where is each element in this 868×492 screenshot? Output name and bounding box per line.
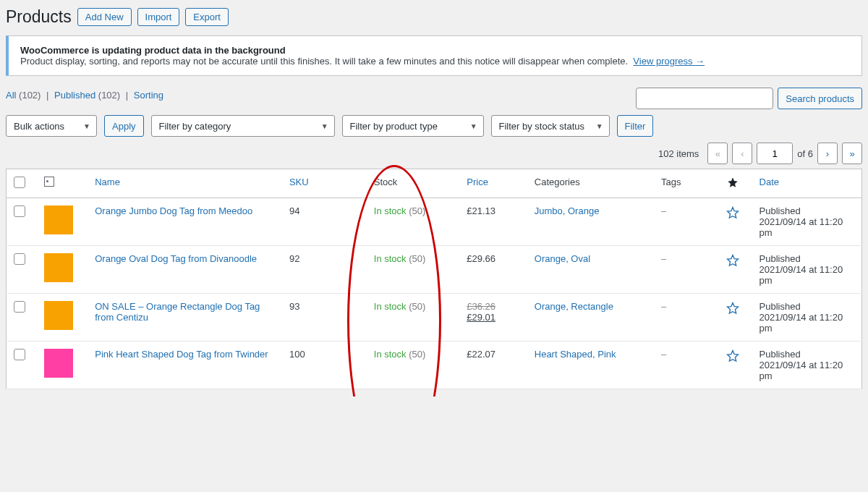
sku-value: 92 bbox=[282, 246, 367, 294]
category-link[interactable]: Jumbo, Orange bbox=[535, 205, 600, 216]
product-name-link[interactable]: Pink Heart Shaped Dog Tag from Twinder bbox=[95, 349, 268, 360]
chevron-down-icon: ▼ bbox=[83, 122, 90, 130]
export-button[interactable]: Export bbox=[185, 8, 229, 26]
date-value: 2021/09/14 at 11:20 pm bbox=[760, 216, 843, 238]
product-name-link[interactable]: Orange Jumbo Dog Tag from Meedoo bbox=[95, 205, 252, 216]
import-button[interactable]: Import bbox=[137, 8, 180, 26]
row-checkbox[interactable] bbox=[14, 253, 25, 265]
date-value: 2021/09/14 at 11:20 pm bbox=[760, 264, 843, 286]
col-name[interactable]: Name bbox=[95, 177, 120, 187]
filter-type-select[interactable]: Filter by product type ▼ bbox=[342, 115, 484, 137]
featured-toggle[interactable] bbox=[713, 198, 752, 246]
category-link[interactable]: Orange, Oval bbox=[535, 253, 590, 264]
stock-count: (50) bbox=[409, 349, 425, 360]
stock-status: In stock bbox=[374, 253, 407, 264]
date-status: Published bbox=[760, 253, 801, 264]
notice-title: WooCommerce is updating product data in … bbox=[20, 45, 286, 56]
stock-status: In stock bbox=[374, 349, 407, 360]
col-categories: Categories bbox=[527, 169, 654, 198]
filter-stock-select[interactable]: Filter by stock status ▼ bbox=[491, 115, 610, 137]
row-checkbox[interactable] bbox=[14, 205, 25, 217]
search-button[interactable]: Search products bbox=[778, 88, 862, 109]
sale-price: £29.01 bbox=[467, 312, 495, 323]
row-checkbox[interactable] bbox=[14, 349, 25, 360]
add-new-button[interactable]: Add New bbox=[77, 8, 132, 26]
date-value: 2021/09/14 at 11:20 pm bbox=[760, 360, 843, 381]
featured-toggle[interactable] bbox=[713, 246, 752, 294]
category-link[interactable]: Orange, Rectangle bbox=[535, 301, 613, 312]
first-page-button[interactable]: « bbox=[707, 143, 728, 164]
col-date[interactable]: Date bbox=[760, 177, 779, 187]
tags-value: – bbox=[661, 301, 666, 312]
category-link[interactable]: Heart Shaped, Pink bbox=[535, 349, 616, 360]
price-value: £22.07 bbox=[467, 349, 495, 360]
apply-button[interactable]: Apply bbox=[104, 115, 144, 137]
sku-value: 93 bbox=[282, 294, 367, 342]
product-name-link[interactable]: Orange Oval Dog Tag from Divanoodle bbox=[95, 253, 257, 264]
stock-status: In stock bbox=[374, 205, 407, 216]
col-price[interactable]: Price bbox=[467, 177, 488, 187]
filter-all[interactable]: All bbox=[6, 90, 16, 101]
product-thumbnail[interactable] bbox=[44, 253, 73, 282]
bulk-actions-select[interactable]: Bulk actions ▼ bbox=[6, 115, 97, 137]
filter-published[interactable]: Published bbox=[54, 90, 95, 101]
product-name-link[interactable]: ON SALE – Orange Rectangle Dog Tag from … bbox=[95, 301, 260, 323]
stock-count: (50) bbox=[409, 301, 425, 312]
date-status: Published bbox=[760, 301, 801, 312]
page-of-label: of 6 bbox=[797, 148, 813, 159]
col-tags: Tags bbox=[654, 169, 713, 198]
stock-count: (50) bbox=[409, 253, 425, 264]
filter-sorting[interactable]: Sorting bbox=[134, 90, 163, 101]
featured-toggle[interactable] bbox=[713, 294, 752, 342]
original-price: £36.26 bbox=[467, 301, 495, 312]
last-page-button[interactable]: » bbox=[842, 143, 862, 164]
image-icon bbox=[44, 177, 54, 187]
filter-category-select[interactable]: Filter by category ▼ bbox=[151, 115, 335, 137]
select-all-checkbox[interactable] bbox=[14, 177, 25, 188]
col-stock: Stock bbox=[367, 169, 460, 198]
date-value: 2021/09/14 at 11:20 pm bbox=[760, 312, 843, 334]
filter-button[interactable]: Filter bbox=[617, 115, 654, 137]
stock-status: In stock bbox=[374, 301, 407, 312]
tags-value: – bbox=[661, 205, 666, 216]
pager-total: 102 items bbox=[658, 148, 699, 159]
view-filters: All (102) | Published (102) | Sorting bbox=[6, 90, 163, 101]
sku-value: 100 bbox=[282, 342, 367, 389]
page-title: Products bbox=[6, 7, 72, 27]
stock-count: (50) bbox=[409, 205, 425, 216]
product-thumbnail[interactable] bbox=[44, 205, 73, 234]
notice-body: Product display, sorting, and reports ma… bbox=[20, 56, 628, 67]
col-featured bbox=[713, 169, 752, 198]
tags-value: – bbox=[661, 253, 666, 264]
tags-value: – bbox=[661, 349, 666, 360]
chevron-down-icon: ▼ bbox=[470, 122, 477, 130]
update-notice: WooCommerce is updating product data in … bbox=[6, 35, 862, 76]
view-progress-link[interactable]: View progress → bbox=[633, 56, 705, 67]
chevron-down-icon: ▼ bbox=[321, 122, 328, 130]
chevron-down-icon: ▼ bbox=[596, 122, 603, 130]
table-row: ON SALE – Orange Rectangle Dog Tag from … bbox=[7, 294, 862, 342]
price-value: £29.66 bbox=[467, 253, 495, 264]
col-sku[interactable]: SKU bbox=[289, 177, 309, 187]
featured-toggle[interactable] bbox=[713, 342, 752, 389]
product-thumbnail[interactable] bbox=[44, 301, 73, 330]
next-page-button[interactable]: › bbox=[817, 143, 838, 164]
row-checkbox[interactable] bbox=[14, 301, 25, 313]
date-status: Published bbox=[760, 349, 801, 360]
search-input[interactable] bbox=[636, 88, 773, 109]
product-thumbnail[interactable] bbox=[44, 349, 73, 378]
prev-page-button[interactable]: ‹ bbox=[732, 143, 752, 164]
table-row: Orange Jumbo Dog Tag from Meedoo94In sto… bbox=[7, 198, 862, 246]
products-table: Name SKU Stock Price Categories Tags Dat… bbox=[6, 169, 862, 389]
date-status: Published bbox=[760, 205, 801, 216]
table-row: Orange Oval Dog Tag from Divanoodle92In … bbox=[7, 246, 862, 294]
page-input[interactable] bbox=[757, 143, 793, 164]
table-row: Pink Heart Shaped Dog Tag from Twinder10… bbox=[7, 342, 862, 389]
sku-value: 94 bbox=[282, 198, 367, 246]
star-filled-icon bbox=[727, 177, 739, 188]
price-value: £21.13 bbox=[467, 205, 495, 216]
